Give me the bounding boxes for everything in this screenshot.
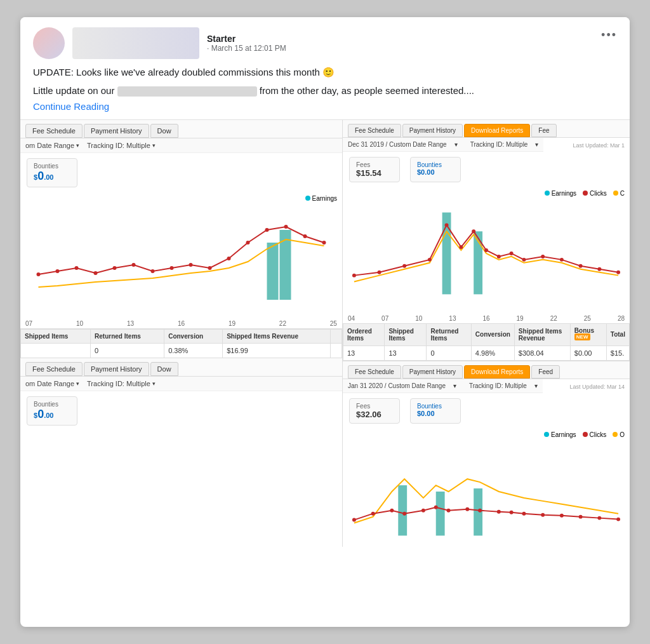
- legend-o-right-b: O: [613, 431, 625, 438]
- tab-payment-history-left-b[interactable]: Payment History: [84, 362, 149, 376]
- x-axis-top-right: 040710131619222528: [343, 314, 630, 323]
- tab-payment-history-right-b[interactable]: Payment History: [402, 365, 463, 379]
- svg-point-51: [541, 513, 545, 517]
- td-bonus: $0.00: [570, 345, 606, 360]
- svg-point-5: [94, 271, 98, 275]
- chart-top-right: [343, 199, 630, 314]
- bounties-value-right-b: $0.00: [417, 410, 454, 417]
- date-range-filter-b[interactable]: om Date Range ▾: [25, 380, 79, 387]
- tab-download-reports-right-b[interactable]: Download Reports: [464, 365, 530, 379]
- fees-value-right-b: $32.06: [356, 410, 393, 419]
- tab-fee-schedule-left[interactable]: Fee Schedule: [25, 124, 83, 138]
- svg-point-7: [132, 263, 136, 267]
- tracking-id-filter[interactable]: Tracking ID: Multiple ▾: [87, 142, 156, 149]
- svg-point-33: [579, 264, 583, 267]
- dash-filter-top-right: Dec 31 2019 / Custom Date Range ▾ Tracki…: [343, 138, 543, 152]
- dash-metrics-top-left: Bounties $0.00: [20, 153, 342, 192]
- th-bonus: Bonus NEW: [570, 323, 606, 345]
- bounties-value-right: $0.00: [417, 168, 454, 176]
- svg-point-48: [497, 510, 501, 514]
- td-returned: 0: [427, 345, 471, 360]
- legend-earnings-right-b: Earnings: [544, 431, 576, 438]
- right-dashboard-top: Fee Schedule Payment History Download Re…: [343, 120, 630, 361]
- th-returned-items: Returned Items: [91, 329, 164, 343]
- date-range-filter[interactable]: om Date Range ▾: [25, 142, 79, 149]
- tab-payment-history-right[interactable]: Payment History: [402, 124, 463, 137]
- svg-point-46: [465, 507, 469, 511]
- dash-filter-bottom-left: om Date Range ▾ Tracking ID: Multiple ▾: [20, 377, 342, 391]
- svg-point-12: [227, 257, 231, 260]
- bounties-metric-box: Bounties $0.00: [27, 158, 77, 187]
- legend-o-label-right-b: O: [620, 431, 625, 438]
- chart-top-left: [20, 205, 342, 319]
- right-tabs-top: Fee Schedule Payment History Download Re…: [343, 120, 630, 138]
- legend-clicks-right: Clicks: [583, 190, 607, 197]
- svg-point-47: [478, 509, 482, 513]
- th-shipped: Shipped Items: [385, 323, 427, 345]
- post-author-name: Starter: [207, 34, 286, 44]
- svg-rect-38: [474, 488, 482, 535]
- chart-legend-bottom-right: Earnings Clicks O: [343, 429, 630, 441]
- dash-metrics-bottom-right: Fees $32.06 Bounties $0.00: [343, 393, 630, 429]
- svg-point-34: [597, 267, 601, 271]
- panel-right: Fee Schedule Payment History Download Re…: [343, 120, 630, 547]
- banner-image: [72, 27, 199, 59]
- redacted-text: [117, 86, 257, 97]
- earnings-dot-right: [545, 191, 550, 196]
- right-tabs-bottom: Fee Schedule Payment History Download Re…: [343, 361, 630, 379]
- table-row-right-top: 13 13 0 4.98% $308.04 $0.00 $15.: [343, 345, 630, 360]
- post-body-text: Little update on our from the other day,…: [33, 84, 617, 98]
- th-conversion: Conversion: [164, 329, 223, 343]
- post-options-button[interactable]: •••: [601, 29, 617, 42]
- table-row: 0 0.38% $16.99: [21, 343, 342, 358]
- left-tabs-top: Fee Schedule Payment History Dow: [20, 120, 342, 138]
- tab-fee-schedule-left-b[interactable]: Fee Schedule: [25, 362, 83, 376]
- legend-c-label-right: C: [620, 190, 625, 197]
- svg-point-44: [434, 506, 438, 509]
- td-revenue: $308.04: [514, 345, 570, 360]
- svg-point-8: [151, 269, 155, 273]
- earnings-dot: [305, 196, 310, 201]
- td-shipped: 13: [385, 345, 427, 360]
- svg-point-55: [616, 517, 620, 521]
- td-returned: 0: [91, 343, 164, 358]
- legend-clicks-label-right: Clicks: [590, 190, 607, 197]
- td-conversion: 0.38%: [164, 343, 223, 358]
- bonus-new-badge: NEW: [574, 333, 590, 340]
- svg-point-28: [497, 254, 501, 258]
- svg-point-53: [579, 514, 583, 518]
- legend-earnings-label: Earnings: [312, 195, 337, 202]
- tab-download-reports-right[interactable]: Download Reports: [464, 124, 530, 137]
- bounties-label: Bounties: [34, 163, 70, 170]
- tab-dow-left-b[interactable]: Dow: [150, 362, 178, 376]
- clicks-dot-right-b: [583, 432, 588, 437]
- dash-filter-top-left: om Date Range ▾ Tracking ID: Multiple ▾: [20, 138, 342, 153]
- bounties-metric-box-right: Bounties $0.00: [410, 157, 461, 182]
- svg-point-32: [560, 257, 564, 261]
- tab-fee-schedule-right[interactable]: Fee Schedule: [348, 124, 401, 137]
- tab-fee-schedule-right-b[interactable]: Fee Schedule: [348, 365, 401, 379]
- left-dashboard-top: Fee Schedule Payment History Dow om Date…: [20, 120, 342, 329]
- legend-earnings-label-right-b: Earnings: [551, 431, 576, 438]
- bounties-value-b: $0.00: [34, 408, 70, 421]
- tab-fee-right[interactable]: Fee: [531, 124, 556, 137]
- bounties-metric-box-right-b: Bounties $0.00: [410, 398, 461, 424]
- th-returned: Returned Items: [427, 323, 471, 345]
- th-conversion: Conversion: [471, 323, 514, 345]
- svg-point-31: [541, 254, 545, 258]
- date-range-label-b: om Date Range: [25, 380, 74, 387]
- tracking-id-filter-b[interactable]: Tracking ID: Multiple ▾: [87, 380, 156, 387]
- tab-feed-right-b[interactable]: Feed: [531, 365, 560, 379]
- svg-rect-36: [398, 485, 407, 535]
- legend-earnings-right: Earnings: [545, 190, 576, 197]
- tab-payment-history-left[interactable]: Payment History: [84, 124, 149, 138]
- continue-reading-link[interactable]: Continue Reading: [33, 101, 617, 112]
- svg-point-42: [402, 512, 406, 516]
- fees-value-right: $15.54: [356, 168, 393, 178]
- left-dashboard-bottom: Fee Schedule Payment History Dow om Date…: [20, 358, 342, 431]
- tab-dow-left[interactable]: Dow: [150, 124, 178, 138]
- legend-clicks-label-right-b: Clicks: [590, 431, 607, 438]
- svg-point-27: [484, 248, 488, 252]
- chevron-right-b: ▾: [453, 382, 456, 389]
- svg-point-39: [352, 518, 356, 521]
